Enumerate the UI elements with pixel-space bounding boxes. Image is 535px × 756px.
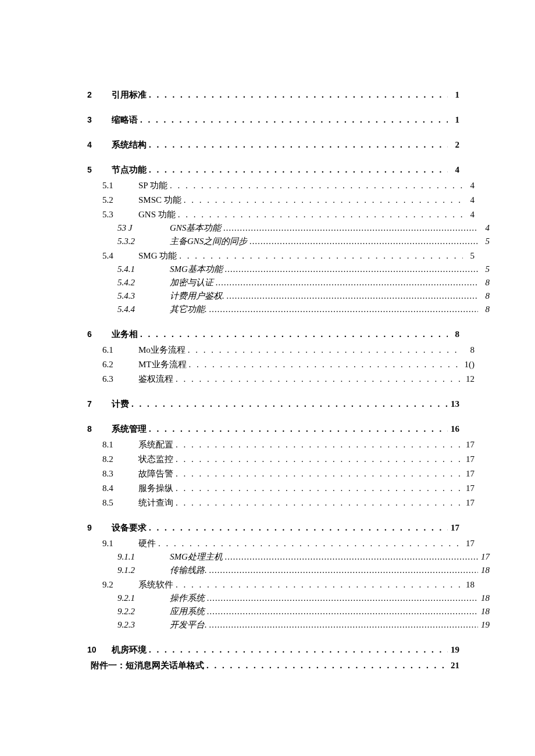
toc-leader-dots [205, 593, 478, 603]
toc-entry-title: 应用系统 [166, 606, 205, 617]
toc-entry: 附件一：短消息网关话单格式21 [87, 660, 459, 671]
toc-entry-title: SP 功能 [135, 180, 167, 191]
toc-entry: 9.1硬件17 [87, 538, 475, 549]
toc-entry-title: MT业务流程 [135, 359, 187, 370]
toc-entry: 8.4服务操纵17 [87, 483, 475, 494]
toc-entry-title: 操作系统 [166, 593, 205, 604]
toc-entry-number: 5.4.4 [117, 304, 166, 314]
toc-entry-page: 18 [478, 607, 490, 617]
toc-entry-title: SMG基本功能 [166, 264, 223, 275]
toc-entry-title: GNS基本功能 [166, 223, 221, 234]
toc-entry-number: 9.2.2 [117, 607, 166, 617]
toc-leader-dots [173, 580, 463, 590]
toc-page: 2引用标准13缩略语14系统结构25节点功能45.1SP 功能45.2SMSC … [0, 0, 535, 756]
toc-leader-dots [205, 607, 478, 617]
toc-entry-title: 开发平台. [166, 619, 207, 630]
toc-entry-page: 8 [478, 278, 490, 288]
toc-entry-number: 9 [87, 523, 108, 532]
toc-entry-title: 鉴权流程 [135, 374, 173, 385]
toc-entry-number: 9.1.1 [117, 552, 166, 562]
toc-entry-number: 5.4.3 [117, 291, 166, 301]
toc-entry-number: 8.1 [102, 440, 135, 450]
toc-entry-title: 系统配置 [135, 439, 173, 450]
toc-entry-page: 19 [448, 645, 459, 655]
toc-entry-page: 5 [463, 251, 475, 261]
toc-entry-title: 机房环境 [108, 644, 147, 655]
toc-entry-title: 系统管理 [108, 424, 147, 435]
toc-entry-number: 4 [87, 140, 108, 149]
toc-entry-page: 8 [448, 329, 459, 339]
toc-leader-dots [156, 539, 463, 549]
toc-entry-title: SMG 功能 [135, 250, 177, 261]
toc-entry-number: 6.1 [102, 345, 135, 355]
toc-entry: 8.5统计查询17 [87, 497, 475, 508]
toc-entry: 10机房环境19 [87, 644, 459, 655]
toc-entry: 8.1系统配置17 [87, 439, 475, 450]
toc-entry: 6.3鉴权流程12 [87, 374, 475, 385]
toc-entry-page: 17 [463, 454, 475, 464]
toc-entry-title: 设备要求 [108, 522, 147, 533]
toc-entry: 9.2.1操作系统18 [87, 593, 490, 604]
toc-leader-dots [204, 661, 448, 671]
toc-entry-page: 1 [448, 90, 459, 100]
toc-entry-title: 服务操纵 [135, 483, 173, 494]
table-of-contents: 2引用标准13缩略语14系统结构25节点功能45.1SP 功能45.2SMSC … [87, 89, 459, 671]
toc-entry: 5.4.3计费用户鉴权.8 [87, 291, 490, 302]
toc-entry-title: 计费用户鉴权. [166, 291, 224, 302]
toc-entry-title: 硬件 [135, 538, 156, 549]
toc-entry-number: 8.4 [102, 483, 135, 493]
toc-entry: 5.1SP 功能4 [87, 180, 475, 191]
toc-entry-number: 5.4.2 [117, 278, 166, 288]
toc-entry-number: 6.3 [102, 374, 135, 384]
toc-leader-dots [167, 181, 463, 191]
toc-entry-page: 17 [478, 552, 490, 562]
toc-entry-page: 12 [463, 374, 475, 384]
toc-entry-page: 8 [463, 345, 475, 355]
toc-leader-dots [147, 165, 448, 175]
toc-entry-title: 系统结构 [108, 139, 147, 151]
toc-leader-dots [223, 264, 478, 274]
toc-entry-number: 5 [87, 165, 108, 174]
toc-leader-dots [173, 440, 463, 450]
toc-leader-dots [138, 329, 448, 339]
toc-entry-number: 2 [87, 90, 108, 99]
toc-leader-dots [213, 278, 478, 288]
toc-entry-page: 17 [463, 539, 475, 549]
toc-leader-dots [247, 237, 478, 246]
toc-entry-number: 7 [87, 399, 108, 409]
toc-entry-title: 传输线路. [166, 565, 207, 576]
toc-entry-number: 8 [87, 424, 108, 433]
toc-leader-dots [173, 374, 463, 384]
toc-entry: 7计费13 [87, 399, 459, 410]
toc-entry: 9.2.2应用系统18 [87, 606, 490, 617]
toc-entry: 5.2SMSC 功能4 [87, 195, 475, 206]
toc-entry-number: 9.2.3 [117, 620, 166, 630]
toc-entry-page: 1 [448, 115, 459, 125]
toc-entry-number: 5.4.1 [117, 264, 166, 274]
toc-entry-number: 8.2 [102, 454, 135, 464]
toc-entry-page: 5 [478, 237, 490, 246]
toc-leader-dots [173, 483, 463, 493]
toc-entry-title: 加密与认证 [166, 277, 213, 288]
toc-leader-dots [147, 645, 448, 655]
toc-entry-title: 主备GNS之间的同步 [166, 236, 247, 247]
toc-leader-dots [181, 195, 463, 205]
toc-leader-dots [147, 90, 448, 100]
toc-entry: 3缩略语1 [87, 114, 459, 126]
toc-entry: 2引用标准1 [87, 89, 459, 101]
toc-entry-title: 计费 [108, 399, 129, 410]
toc-entry-number: 3 [87, 115, 108, 124]
toc-entry: 5.3GNS 功能4 [87, 209, 475, 220]
toc-entry: 6.1Mo业务流程8 [87, 345, 475, 356]
toc-entry-page: 17 [463, 498, 475, 508]
toc-leader-dots [207, 304, 478, 314]
toc-entry: 6.2MT业务流程1() [87, 359, 475, 370]
toc-entry-page: 16 [448, 424, 459, 434]
toc-entry-number: 5.1 [102, 181, 135, 191]
toc-entry-page: 1() [463, 360, 475, 370]
toc-entry-page: 21 [448, 661, 459, 671]
toc-entry-title: GNS 功能 [135, 209, 176, 220]
toc-entry-page: 4 [463, 181, 475, 191]
toc-entry-number: 5.3 [102, 210, 135, 220]
toc-entry-page: 2 [448, 140, 459, 150]
